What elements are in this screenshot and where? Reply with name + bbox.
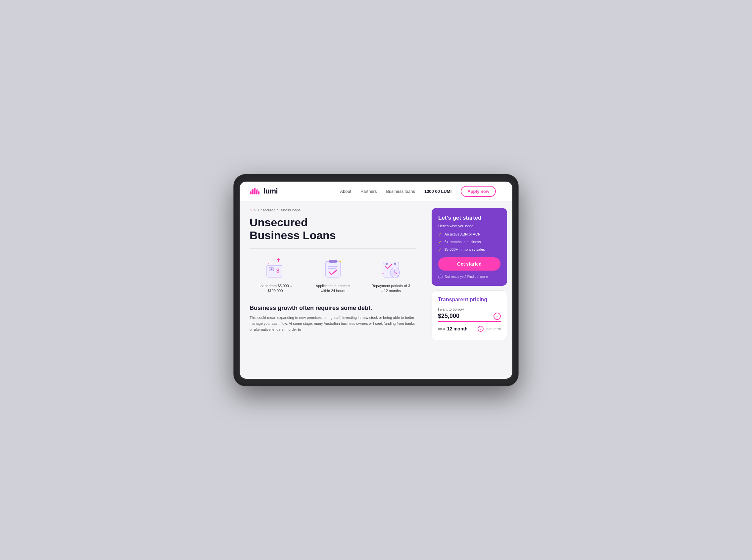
get-started-button[interactable]: Get started <box>438 257 500 271</box>
section-divider <box>250 248 417 249</box>
svg-rect-11 <box>326 261 340 277</box>
svg-rect-21 <box>386 263 388 265</box>
loans-label: Loans from $5,000 –$100,000 <box>258 283 292 294</box>
repayment-icon <box>378 255 404 280</box>
growth-heading: Business growth often requires some debt… <box>250 305 417 312</box>
svg-point-23 <box>382 273 384 274</box>
term-prefix: on a <box>438 327 445 331</box>
nav-partners[interactable]: Partners <box>361 189 377 194</box>
borrow-dropdown[interactable]: ⌄ <box>494 313 501 320</box>
home-icon[interactable]: ⌂ <box>250 208 252 212</box>
breadcrumb: ⌂ > Unsecured business loans <box>250 208 417 212</box>
borrow-label: I want to borrow <box>438 307 501 311</box>
main-content: ⌂ > Unsecured business loans Unsecured B… <box>239 201 513 379</box>
check-icon-1: ✓ <box>438 232 442 237</box>
logo-area[interactable]: lumi <box>250 186 278 196</box>
right-column: Let's get started Here's what you need: … <box>426 201 513 379</box>
svg-rect-3 <box>256 189 257 195</box>
features-row: $ Loans from $5,000 –$100,000 <box>250 255 417 294</box>
get-started-card: Let's get started Here's what you need: … <box>431 208 507 286</box>
feature-repayment: Repayment periods of 3– 12 months <box>365 255 417 294</box>
svg-point-10 <box>281 277 282 278</box>
svg-rect-0 <box>250 191 252 195</box>
term-suffix: loan term <box>485 327 501 331</box>
svg-rect-4 <box>258 191 259 195</box>
check-icon-3: ✓ <box>438 247 442 252</box>
card-title: Let's get started <box>438 215 500 221</box>
loans-icon: $ <box>262 255 288 280</box>
breadcrumb-current: Unsecured business loans <box>258 208 301 212</box>
pricing-title: Transparent pricing <box>438 297 501 303</box>
outcomes-label: Application outcomeswithin 24 hours <box>316 283 350 294</box>
svg-rect-5 <box>267 265 282 277</box>
breadcrumb-separator: > <box>254 208 256 212</box>
borrow-value-row: $25,000 ⌄ <box>438 313 501 322</box>
svg-rect-1 <box>252 189 253 195</box>
hero-heading: Unsecured Business Loans <box>250 216 417 242</box>
borrow-amount: $25,000 <box>438 313 459 320</box>
svg-rect-22 <box>394 263 396 265</box>
lumi-logo-icon <box>250 186 261 196</box>
card-subtitle: Here's what you need: <box>438 224 500 228</box>
svg-point-9 <box>268 263 269 264</box>
svg-point-7 <box>271 268 272 270</box>
checklist-item-3: ✓ $5,000+ in monthly sales <box>438 247 500 252</box>
navbar: lumi About Partners Business loans 1300 … <box>239 182 513 201</box>
svg-rect-12 <box>329 260 337 263</box>
apply-now-button[interactable]: Apply now <box>461 186 496 197</box>
nav-about[interactable]: About <box>340 189 351 194</box>
tablet-frame: lumi About Partners Business loans 1300 … <box>234 174 518 386</box>
checklist: ✓ An active ABN or ACN ✓ 6+ months in bu… <box>438 232 500 252</box>
check-icon-2: ✓ <box>438 239 442 244</box>
term-value: 12 month <box>447 326 467 332</box>
growth-body: This could mean expanding to new premise… <box>250 315 417 333</box>
checklist-item-1: ✓ An active ABN or ACN <box>438 232 500 237</box>
term-row: on a 12 month ⌄ loan term <box>438 326 501 334</box>
svg-text:✦: ✦ <box>339 260 342 263</box>
logo-text: lumi <box>264 187 278 196</box>
info-icon: ? <box>438 275 443 279</box>
growth-section: Business growth often requires some debt… <box>250 301 417 333</box>
left-column: ⌂ > Unsecured business loans Unsecured B… <box>239 201 426 379</box>
tablet-screen: lumi About Partners Business loans 1300 … <box>239 182 513 379</box>
borrow-row: I want to borrow $25,000 ⌄ <box>438 307 501 322</box>
repayment-label: Repayment periods of 3– 12 months <box>371 283 410 294</box>
outcomes-icon: ✦ <box>320 255 346 280</box>
checklist-item-2: ✓ 6+ months in business <box>438 239 500 244</box>
nav-links: About Partners Business loans 1300 00 LU… <box>340 186 496 197</box>
feature-loans: $ Loans from $5,000 –$100,000 <box>250 255 301 294</box>
term-dropdown[interactable]: ⌄ <box>478 326 484 332</box>
feature-outcomes: ✦ Application outcomeswithin 24 hours <box>308 255 359 294</box>
nav-phone: 1300 00 LUMI <box>424 189 451 194</box>
not-ready-link[interactable]: ? Not ready yet? Find out more <box>438 275 500 279</box>
pricing-card: Transparent pricing I want to borrow $25… <box>431 291 507 340</box>
svg-text:$: $ <box>276 268 279 274</box>
nav-business-loans[interactable]: Business loans <box>386 189 415 194</box>
